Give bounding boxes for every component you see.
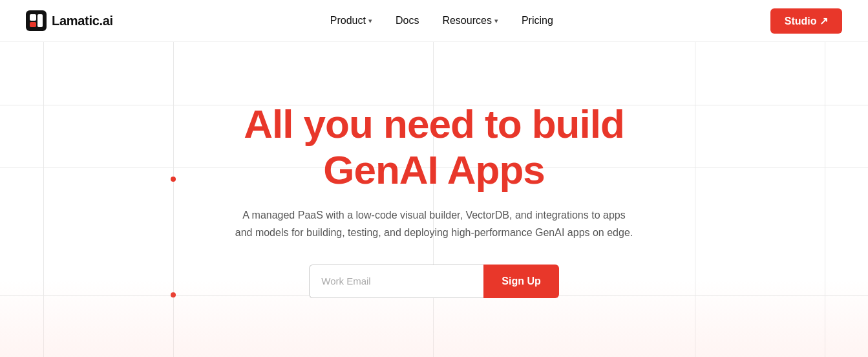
- nav-product-label: Product: [330, 15, 366, 27]
- hero-subtitle: A managed PaaS with a low-code visual bu…: [234, 206, 635, 241]
- grid-line: [173, 42, 174, 357]
- nav-pricing-label: Pricing: [522, 15, 553, 27]
- svg-rect-1: [30, 14, 36, 21]
- grid-line: [695, 42, 695, 357]
- red-dot: [171, 292, 176, 298]
- studio-label: Studio ↗: [785, 15, 828, 27]
- grid-line: [825, 42, 825, 357]
- nav-links: Product ▾ Docs Resources ▾ Pricing: [330, 15, 553, 27]
- red-dot: [171, 177, 176, 182]
- nav-product[interactable]: Product ▾: [330, 15, 372, 27]
- nav-resources-label: Resources: [442, 15, 491, 27]
- logo[interactable]: Lamatic.ai: [26, 10, 113, 31]
- cta-row: Sign Up: [309, 265, 558, 298]
- nav-resources[interactable]: Resources ▾: [442, 15, 498, 27]
- hero-title: All you need to build GenAI Apps: [244, 101, 624, 193]
- nav-right: Studio ↗: [770, 8, 842, 34]
- svg-rect-3: [37, 14, 43, 27]
- studio-button[interactable]: Studio ↗: [770, 8, 842, 34]
- hero-content: All you need to build GenAI Apps A manag…: [234, 101, 635, 298]
- grid-line: [43, 42, 44, 357]
- signup-button[interactable]: Sign Up: [483, 265, 558, 298]
- nav-docs-label: Docs: [396, 15, 419, 27]
- hero-title-line1: All you need to build: [244, 102, 624, 146]
- hero-title-line2: GenAI Apps: [323, 147, 545, 192]
- logo-icon: [26, 10, 47, 31]
- signup-label: Sign Up: [502, 276, 540, 287]
- logo-text: Lamatic.ai: [52, 14, 113, 28]
- navbar: Lamatic.ai Product ▾ Docs Resources ▾ Pr…: [0, 0, 868, 42]
- svg-rect-0: [26, 10, 47, 31]
- hero-section: All you need to build GenAI Apps A manag…: [0, 42, 868, 357]
- nav-pricing[interactable]: Pricing: [522, 15, 553, 27]
- nav-docs[interactable]: Docs: [396, 15, 419, 27]
- chevron-down-icon-resources: ▾: [494, 17, 498, 25]
- chevron-down-icon: ▾: [368, 17, 372, 25]
- svg-rect-2: [30, 22, 36, 27]
- email-input[interactable]: [309, 265, 483, 298]
